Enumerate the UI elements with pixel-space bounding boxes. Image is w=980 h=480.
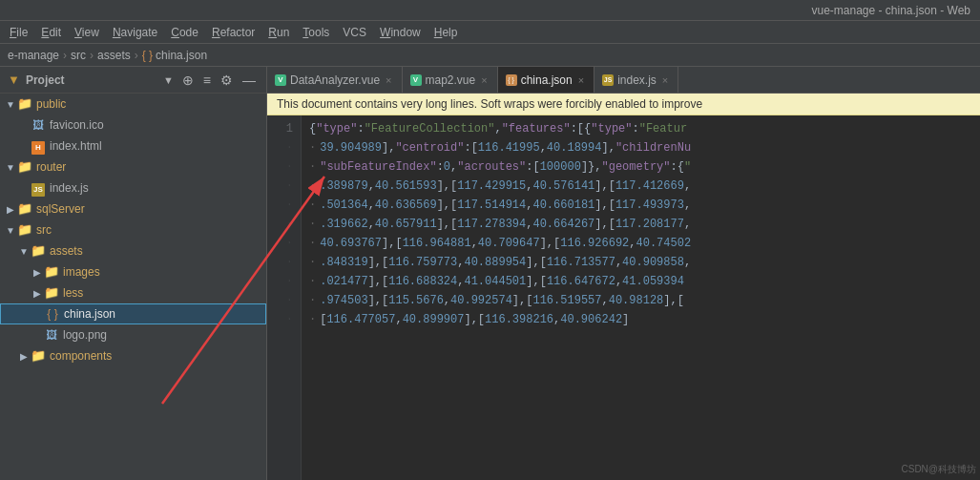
menu-navigate[interactable]: Navigate: [107, 24, 163, 41]
tree-arrow-assets: ▼: [17, 246, 31, 257]
breadcrumb: e-manage › src › assets › { } china.json: [0, 44, 980, 67]
file-icon-chinajson: { }: [45, 306, 60, 322]
tree-label-logopng: logo.png: [63, 328, 107, 342]
tab-label-map2: map2.vue: [426, 73, 476, 87]
sidebar-settings-icon[interactable]: ⚙: [218, 72, 236, 89]
code-line-7: ·40.693767],[116.964881,40.709647],[116.…: [309, 234, 972, 253]
tree-item-logopng[interactable]: 🖼 logo.png: [0, 324, 266, 345]
sidebar-icons: ⊕ ≡ ⚙ —: [179, 72, 259, 89]
code-line-3: ·"subFeatureIndex":0,"acroutes":[100000]…: [309, 157, 972, 177]
tab-indexjs[interactable]: JS index.js ×: [594, 67, 678, 93]
code-line-4: ·.389879,40.561593],[117.429915,40.57614…: [309, 177, 972, 196]
tree-item-images[interactable]: ▶ 📁 images: [0, 261, 266, 282]
sidebar-minimize-icon[interactable]: —: [240, 72, 259, 89]
breadcrumb-file[interactable]: { } china.json: [142, 49, 207, 62]
menu-edit[interactable]: Edit: [35, 24, 67, 41]
project-folder-icon: ▼: [8, 73, 20, 87]
menu-run[interactable]: Run: [262, 24, 295, 41]
code-line-1: {"type":"FeatureCollection","features":[…: [309, 119, 972, 138]
tree-arrow-public: ▼: [4, 99, 17, 110]
menu-file[interactable]: File: [4, 24, 33, 41]
folder-icon-sqlserver: 📁: [17, 201, 32, 217]
tree-label-routerindex: index.js: [50, 181, 89, 195]
tab-map2[interactable]: V map2.vue ×: [403, 67, 498, 93]
folder-icon-assets: 📁: [31, 243, 46, 259]
tab-label-dataanalyzer: DataAnalyzer.vue: [290, 73, 380, 87]
tree-item-public[interactable]: ▼ 📁 public: [0, 94, 266, 115]
menu-tools[interactable]: Tools: [297, 24, 335, 41]
breadcrumb-project[interactable]: e-manage: [8, 49, 59, 62]
tab-label-chinajson: china.json: [521, 73, 573, 87]
sidebar-sync-icon[interactable]: ⊕: [179, 72, 197, 89]
title-bar: vue-manage - china.json - Web: [0, 0, 980, 21]
code-line-10: ·.974503],[115.5676,40.992574],[116.5195…: [309, 291, 972, 310]
menu-view[interactable]: View: [69, 24, 105, 41]
tree-arrow-src: ▼: [4, 225, 17, 236]
tree-arrow-images: ▶: [31, 267, 44, 278]
tree-label-images: images: [63, 265, 100, 279]
folder-icon-components: 📁: [31, 348, 46, 364]
tree-label-indexhtml: index.html: [50, 139, 102, 153]
menu-window[interactable]: Window: [374, 24, 427, 41]
tree-label-favicon: favicon.ico: [50, 118, 104, 132]
folder-icon-less: 📁: [44, 285, 59, 301]
tree-label-chinajson: china.json: [64, 307, 115, 321]
tree-label-components: components: [50, 349, 112, 363]
menu-help[interactable]: Help: [428, 24, 464, 41]
tree-label-less: less: [63, 286, 83, 300]
code-line-11: ·[116.477057,40.899907],[116.398216,40.9…: [309, 310, 972, 329]
tab-icon-dataanalyzer: V: [275, 74, 286, 86]
breadcrumb-src[interactable]: src: [71, 49, 86, 62]
code-line-8: ·.848319],[116.759773,40.889954],[116.71…: [309, 253, 972, 272]
tree-item-indexhtml[interactable]: H index.html: [0, 136, 266, 157]
sidebar-collapse-icon[interactable]: ≡: [200, 72, 214, 89]
sidebar-header: ▼ Project ▼ ⊕ ≡ ⚙ —: [0, 67, 266, 94]
tree-item-components[interactable]: ▶ 📁 components: [0, 345, 266, 366]
tree-label-sqlserver: sqlServer: [36, 202, 85, 216]
tree-item-src[interactable]: ▼ 📁 src: [0, 219, 266, 240]
tree-item-chinajson[interactable]: { } china.json: [0, 303, 266, 324]
tab-icon-indexjs: JS: [602, 74, 614, 86]
menu-vcs[interactable]: VCS: [337, 24, 372, 41]
folder-icon-public: 📁: [17, 96, 32, 112]
menu-bar: File Edit View Navigate Code Refactor Ru…: [0, 21, 980, 44]
tree-item-routerindex[interactable]: JS index.js: [0, 177, 266, 198]
code-editor[interactable]: 1 · · · · · · · · · · {"type":"FeatureCo…: [267, 115, 980, 480]
tab-close-chinajson[interactable]: ×: [576, 73, 586, 87]
file-icon-logopng: 🖼: [44, 327, 59, 343]
breadcrumb-assets[interactable]: assets: [97, 49, 131, 62]
tree-label-src: src: [36, 223, 52, 237]
tree-item-sqlserver[interactable]: ▶ 📁 sqlServer: [0, 198, 266, 219]
code-line-2: ·39.904989],"centroid":[116.41995,40.189…: [309, 138, 972, 157]
menu-refactor[interactable]: Refactor: [206, 24, 261, 41]
code-line-6: ·.319662,40.657911],[117.278394,40.66426…: [309, 215, 972, 234]
file-icon-favicon: 🖼: [31, 117, 46, 133]
code-line-5: ·.501364,40.636569],[117.514914,40.66018…: [309, 196, 972, 215]
tree-arrow-less: ▶: [31, 288, 44, 299]
code-line-9: ·.021477],[116.688324,41.044501],[116.64…: [309, 272, 972, 291]
tree-label-router: router: [36, 160, 66, 174]
tab-bar: V DataAnalyzer.vue × V map2.vue × { } ch…: [267, 67, 980, 94]
watermark: CSDN@科技博坊: [902, 463, 977, 476]
sidebar: ▼ Project ▼ ⊕ ≡ ⚙ — ▼ 📁 public 🖼: [0, 67, 267, 480]
tree-item-router[interactable]: ▼ 📁 router: [0, 157, 266, 177]
main-layout: ▼ Project ▼ ⊕ ≡ ⚙ — ▼ 📁 public 🖼: [0, 67, 980, 480]
tree-item-less[interactable]: ▶ 📁 less: [0, 282, 266, 303]
editor-area: V DataAnalyzer.vue × V map2.vue × { } ch…: [267, 67, 980, 480]
tab-chinajson[interactable]: { } china.json ×: [498, 67, 594, 94]
file-icon-indexhtml: H: [31, 138, 46, 154]
code-content[interactable]: {"type":"FeatureCollection","features":[…: [302, 115, 980, 480]
menu-code[interactable]: Code: [165, 24, 204, 41]
tab-close-dataanalyzer[interactable]: ×: [384, 73, 393, 87]
tree-arrow-components: ▶: [17, 351, 31, 362]
tree-item-assets[interactable]: ▼ 📁 assets: [0, 240, 266, 261]
title-bar-text: vue-manage - china.json - Web: [811, 4, 970, 17]
tree-label-assets: assets: [50, 244, 83, 258]
tab-icon-map2: V: [410, 74, 422, 86]
tab-icon-chinajson: { }: [506, 74, 517, 86]
tab-close-indexjs[interactable]: ×: [660, 73, 670, 87]
tab-dataanalyzer[interactable]: V DataAnalyzer.vue ×: [267, 67, 403, 93]
folder-icon-src: 📁: [17, 222, 32, 238]
tree-item-favicon[interactable]: 🖼 favicon.ico: [0, 115, 266, 136]
tab-close-map2[interactable]: ×: [479, 73, 489, 87]
